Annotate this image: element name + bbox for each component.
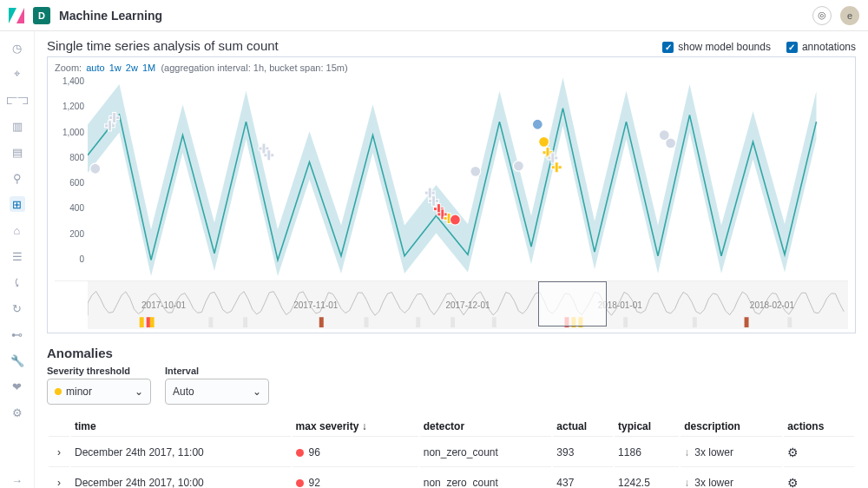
col-detector[interactable]: detector: [420, 415, 552, 437]
col-max-severity[interactable]: max severity ↓: [293, 415, 418, 437]
y-tick: 1,000: [62, 128, 84, 137]
svg-rect-11: [428, 188, 431, 198]
zoom-1w[interactable]: 1w: [109, 63, 122, 73]
arrow-down-icon: ↓: [684, 477, 689, 488]
y-tick: 400: [69, 203, 84, 213]
table-row: ›December 24th 2017, 10:0092non_zero_cou…: [49, 469, 854, 488]
logs-icon[interactable]: ☰: [10, 248, 25, 264]
row-actions-icon[interactable]: ⚙: [784, 439, 854, 467]
cell-description: ↓3x lower: [681, 439, 782, 467]
y-axis: 1,400 1,200 1,000 800 600 400 200 0: [55, 75, 88, 276]
svg-rect-5: [113, 112, 116, 122]
severity-threshold-label: Severity threshold: [47, 366, 151, 376]
anomalies-table: time max severity ↓ detector actual typi…: [47, 413, 856, 488]
cell-time: December 24th 2017, 11:00: [71, 439, 291, 467]
infra-icon[interactable]: ⌂: [10, 222, 25, 238]
svg-rect-37: [208, 317, 213, 327]
svg-point-23: [532, 119, 542, 129]
interval-select[interactable]: Auto ⌄: [165, 379, 269, 405]
apm-icon[interactable]: ⤹: [10, 274, 25, 290]
y-tick: 1,400: [62, 76, 84, 86]
uptime-icon[interactable]: ↻: [10, 300, 25, 316]
zoom-auto[interactable]: auto: [86, 63, 104, 73]
canvas-icon[interactable]: ▤: [10, 144, 25, 160]
svg-rect-7: [262, 143, 266, 154]
mini-x-tick: 2017-11-01: [240, 300, 391, 310]
expand-row-icon[interactable]: ›: [49, 439, 69, 467]
anomalies-heading: Anomalies: [47, 346, 856, 360]
siem-icon[interactable]: ⊷: [10, 326, 25, 342]
cell-typical: 1242.5: [615, 469, 679, 488]
svg-rect-49: [745, 317, 749, 327]
user-avatar[interactable]: e: [840, 6, 859, 25]
recent-icon[interactable]: ◷: [10, 40, 25, 56]
svg-rect-36: [150, 317, 155, 327]
col-actual[interactable]: actual: [553, 415, 613, 437]
zoom-controls: Zoom: auto 1w 2w 1M (aggregation interva…: [55, 63, 848, 73]
svg-rect-50: [787, 317, 792, 327]
zoom-label: Zoom:: [55, 63, 82, 73]
svg-point-1: [90, 163, 101, 174]
brush-selection[interactable]: [538, 281, 607, 326]
severity-select[interactable]: minor ⌄: [47, 379, 151, 405]
cell-time: December 24th 2017, 10:00: [71, 469, 291, 488]
zoom-2w[interactable]: 2w: [126, 63, 138, 73]
dot-minor-icon: [55, 388, 62, 395]
svg-rect-41: [416, 317, 420, 327]
monitoring-icon[interactable]: ❤: [10, 379, 25, 394]
mini-x-tick: 2018-02-01: [696, 300, 848, 310]
svg-point-32: [666, 138, 676, 148]
col-actions[interactable]: actions: [784, 415, 854, 437]
checkbox-model-bounds-label: show model bounds: [678, 41, 771, 53]
checkbox-annotations[interactable]: annotations: [786, 41, 856, 53]
management-icon[interactable]: ⚙: [10, 405, 25, 420]
left-nav: ◷ ⌖ ⫍⫎ ▥ ▤ ⚲ ⊞ ⌂ ☰ ⤹ ↻ ⊷ 🔧 ❤ ⚙ →: [0, 31, 35, 488]
ml-icon[interactable]: ⊞: [10, 196, 25, 212]
interval-value: Auto: [173, 386, 194, 398]
y-tick: 200: [69, 229, 84, 239]
svg-rect-48: [693, 317, 697, 327]
zoom-1m[interactable]: 1M: [142, 63, 155, 73]
main-panel: Single time series analysis of sum count…: [35, 31, 868, 488]
svg-rect-13: [432, 195, 436, 206]
cell-actual: 437: [553, 469, 613, 488]
svg-rect-38: [243, 317, 247, 327]
expand-row-icon[interactable]: ›: [49, 469, 69, 488]
kibana-logo-icon[interactable]: [9, 8, 24, 23]
y-tick: 1,200: [62, 102, 84, 111]
mini-x-tick: 2017-12-01: [391, 300, 543, 310]
cell-typical: 1186: [615, 439, 679, 467]
col-description[interactable]: description: [681, 415, 782, 437]
context-x-axis: 2017-10-01 2017-11-01 2017-12-01 2018-01…: [88, 300, 848, 310]
space-badge[interactable]: D: [33, 7, 50, 24]
cell-severity: 96: [293, 439, 418, 467]
chevron-down-icon: ⌄: [253, 386, 261, 398]
maps-icon[interactable]: ⚲: [10, 170, 25, 186]
app-title: Machine Learning: [59, 9, 162, 23]
svg-rect-39: [319, 317, 324, 327]
cell-detector: non_zero_count: [420, 439, 552, 467]
topbar: D Machine Learning ◎ e: [0, 0, 868, 31]
row-actions-icon[interactable]: ⚙: [784, 469, 854, 488]
mini-x-tick: 2017-10-01: [88, 300, 240, 310]
collapse-nav-icon[interactable]: →: [10, 472, 25, 488]
discover-icon[interactable]: ⌖: [10, 66, 25, 82]
svg-rect-43: [492, 317, 496, 327]
visualize-icon[interactable]: ⫍⫎: [10, 92, 25, 108]
svg-rect-42: [450, 317, 455, 327]
help-icon[interactable]: ◎: [812, 6, 832, 25]
checkbox-model-bounds[interactable]: show model bounds: [662, 41, 771, 53]
svg-point-24: [539, 136, 549, 147]
context-chart[interactable]: 2017-10-01 2017-11-01 2017-12-01 2018-01…: [55, 280, 848, 329]
cell-description: ↓3x lower: [681, 469, 782, 488]
cell-detector: non_zero_count: [420, 469, 552, 488]
svg-rect-47: [623, 317, 628, 327]
col-typical[interactable]: typical: [615, 415, 679, 437]
col-time[interactable]: time: [71, 415, 291, 437]
devtools-icon[interactable]: 🔧: [10, 353, 25, 368]
svg-rect-34: [140, 317, 144, 327]
dashboard-icon[interactable]: ▥: [10, 118, 25, 134]
svg-rect-3: [108, 121, 112, 131]
chart-plot[interactable]: [88, 75, 848, 276]
chart-container: Zoom: auto 1w 2w 1M (aggregation interva…: [47, 56, 856, 333]
